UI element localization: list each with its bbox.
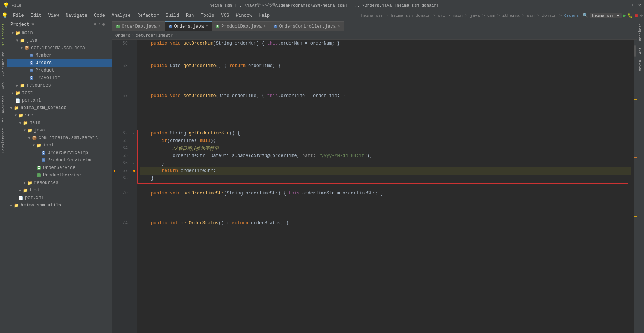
linenum-55 (112, 77, 131, 85)
tab-label-productdao: ProductDao.java (221, 24, 262, 29)
vtab-maven[interactable]: Maven (638, 57, 643, 74)
vtab-persistence[interactable]: Persistence (1, 125, 6, 156)
gutter-68 (131, 175, 137, 182)
vtab-project[interactable]: 1: Project (1, 20, 6, 49)
stop-icon[interactable]: ⏹ (634, 13, 638, 18)
tree-product-service-impl[interactable]: ▶ C ProductServiceIm (7, 157, 112, 164)
tree-impl[interactable]: ▼ 📁 impl (7, 142, 112, 149)
gutter-64 (131, 145, 137, 152)
tree-pom-2[interactable]: ▶ 📄 pom.xml (7, 194, 112, 202)
menu-view[interactable]: View (45, 12, 62, 19)
linenum-73 (112, 212, 131, 220)
menu-edit[interactable]: Edit (28, 12, 45, 19)
linenum-50: 50 (112, 40, 131, 47)
settings-icon[interactable]: ⚙ (640, 13, 643, 18)
tree-member[interactable]: ▶ C Member (7, 52, 112, 59)
vtab-structure[interactable]: Z-Structure (1, 49, 6, 79)
debug-icon[interactable]: 🐛 (628, 13, 633, 18)
gutter-62[interactable]: ↻ (131, 130, 137, 137)
tab-orders[interactable]: c Orders.java × (165, 21, 212, 31)
tree-test-1[interactable]: ▶ 📁 test (7, 89, 112, 97)
menu-vcs[interactable]: VCS (218, 12, 232, 19)
tree-service-module[interactable]: ▼ 📁 heima_ssm_service (7, 104, 112, 112)
tab-productdao[interactable]: i ProductDao.java × (212, 21, 270, 31)
sidebar-icon-1[interactable]: ⊕ (94, 22, 96, 27)
vtab-favorites[interactable]: 2: Favorites (1, 92, 6, 125)
tree-main-2[interactable]: ▼ 📁 main (7, 119, 112, 127)
linenum-69 (112, 182, 131, 190)
tab-close-orderdao[interactable]: × (159, 24, 161, 28)
menu-code[interactable]: Code (91, 12, 108, 19)
tree-java-2[interactable]: ▼ 📁 java (7, 127, 112, 134)
tree-utils-module[interactable]: ▶ 📁 heima_ssm_utils (7, 202, 112, 209)
gutter-66[interactable]: ↻ (131, 160, 137, 167)
editor-scrollbar[interactable] (634, 40, 637, 333)
code-line-62: public String getOrderTimeStr() { (140, 130, 631, 137)
close-btn[interactable]: ✕ (638, 3, 641, 8)
tree-service-pkg[interactable]: ▼ 📦 com.itheima.ssm.servic (7, 134, 112, 142)
tab-close-orders[interactable]: × (206, 25, 208, 29)
menu-file[interactable]: File (10, 12, 27, 19)
tree-pom-1[interactable]: ▶ 📄 pom.xml (7, 97, 112, 104)
linenum-61 (112, 122, 131, 130)
tab-icon-productdao: i (216, 25, 219, 28)
gutter-72 (131, 205, 137, 212)
titlebar: 💡 File heima_ssm [...\java学习\代码\IdeaProg… (0, 0, 644, 11)
tree-order-service-impl[interactable]: ▶ C OrderServiceImp (7, 149, 112, 157)
vtab-web[interactable]: Web (1, 79, 6, 92)
menu-tools[interactable]: Tools (198, 12, 217, 19)
menu-run[interactable]: Run (183, 12, 197, 19)
menu-window[interactable]: Window (233, 12, 255, 19)
tree-src[interactable]: ▼ 📁 src (7, 112, 112, 119)
editor-area: 50 53 57 62 63 64 65 66 ● 67 (112, 40, 637, 333)
tree-product[interactable]: ▶ C Product (7, 67, 112, 74)
code-line-61 (140, 122, 631, 130)
tree-order-service[interactable]: ▶ I OrderService (7, 164, 112, 172)
menu-refactor[interactable]: Refactor (134, 12, 162, 19)
app-logo: 💡 (1, 12, 8, 19)
code-line-64: //将日期转换为字符串 (140, 145, 631, 152)
run-icon[interactable]: ▶ (623, 12, 626, 19)
tree-product-service[interactable]: ▶ I ProductService (7, 172, 112, 179)
project-selector[interactable]: heima_ssm ▼ (590, 13, 622, 18)
menu-analyze[interactable]: Analyze (109, 12, 133, 19)
code-line-65: orderTimeStr= DateUtils.dateToString(ord… (140, 152, 631, 160)
vtab-ant[interactable]: Ant (638, 44, 643, 57)
menu-build[interactable]: Build (163, 12, 182, 19)
tree-main-1[interactable]: ▼ 📁 main (7, 29, 112, 37)
linenum-67: ● 67 (112, 167, 131, 175)
tree-java-1[interactable]: ▼ 📁 java (7, 37, 112, 44)
search-icon[interactable]: 🔍 (583, 13, 588, 18)
breadcrumb-orders[interactable]: Orders (115, 33, 130, 38)
sidebar-icon-4[interactable]: — (106, 22, 109, 27)
code-line-58 (140, 100, 631, 107)
sidebar-icon-3[interactable]: ⚙ (102, 22, 105, 27)
linenum-62: 62 (112, 130, 131, 137)
tree-resources-2[interactable]: ▶ 📁 resources (7, 179, 112, 187)
sidebar-title: Project (10, 22, 29, 27)
minimize-btn[interactable]: ─ (627, 3, 629, 8)
tree-test-2[interactable]: ▶ 📁 test (7, 187, 112, 194)
gutter-60 (131, 115, 137, 122)
maximize-btn[interactable]: □ (633, 3, 635, 8)
vtab-database[interactable]: Database (638, 20, 643, 44)
sidebar-icon-2[interactable]: ↕ (98, 22, 100, 27)
breadcrumb-method[interactable]: getOrderTimeStr() (136, 33, 178, 38)
tree-traveller[interactable]: ▶ C Traveller (7, 74, 112, 82)
tab-close-productdao[interactable]: × (264, 24, 266, 28)
code-area[interactable]: public void setOrderNum(String orderNum)… (137, 40, 634, 333)
code-line-59 (140, 107, 631, 115)
menu-help[interactable]: Help (256, 12, 273, 19)
linenum-64: 64 (112, 145, 131, 152)
gutter-71 (131, 197, 137, 205)
gutter-55 (131, 77, 137, 85)
code-line-73 (140, 212, 631, 220)
tab-orderdao[interactable]: i OrderDao.java × (112, 21, 165, 31)
tree-package[interactable]: ▼ 📦 com.itheima.ssm.doma (7, 44, 112, 52)
tab-orderscontroller[interactable]: c OrdersController.java × (270, 21, 344, 31)
tree-resources-1[interactable]: ▶ 📁 resources (7, 82, 112, 89)
gutter-53 (131, 62, 137, 70)
tab-close-orderscontroller[interactable]: × (338, 24, 340, 28)
tree-orders[interactable]: ▶ C Orders (7, 59, 112, 67)
menu-navigate[interactable]: Navigate (63, 12, 90, 19)
